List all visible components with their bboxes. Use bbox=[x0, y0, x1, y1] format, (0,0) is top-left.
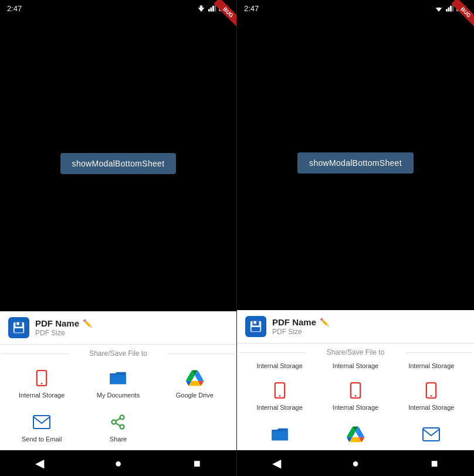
svg-line-22 bbox=[116, 418, 121, 421]
r-text-opt-1[interactable]: Internal Storage bbox=[242, 360, 317, 372]
svg-rect-36 bbox=[252, 327, 260, 331]
share-svg bbox=[110, 414, 126, 430]
option-google-drive[interactable]: Google Drive bbox=[157, 362, 233, 404]
r-drive-opt[interactable] bbox=[317, 419, 393, 450]
share-icon bbox=[107, 411, 129, 433]
r-storage-icon-6 bbox=[420, 379, 442, 402]
bottom-sheet-left: PDF Name ✏️ PDF Size Share/Save File to bbox=[0, 311, 236, 450]
bug-ribbon bbox=[201, 0, 236, 35]
show-modal-btn-right[interactable]: showModalBottomSheet bbox=[297, 152, 414, 174]
pdf-info-left: PDF Name ✏️ PDF Size bbox=[35, 318, 228, 337]
r-email-icon bbox=[420, 423, 442, 446]
drive-icon bbox=[184, 367, 206, 389]
svg-point-18 bbox=[120, 415, 124, 419]
back-btn-right[interactable]: ◀ bbox=[263, 450, 289, 476]
right-icon-row3 bbox=[237, 417, 474, 450]
edit-icon-left[interactable]: ✏️ bbox=[83, 319, 92, 328]
phone-icon bbox=[33, 370, 50, 386]
r-storage-label-5: Internal Storage bbox=[333, 404, 378, 412]
email-svg bbox=[33, 415, 50, 429]
r-drive-icon bbox=[344, 423, 367, 446]
pdf-size-right: PDF Size bbox=[272, 328, 466, 336]
svg-rect-35 bbox=[253, 321, 256, 324]
r-folder-svg bbox=[270, 426, 289, 443]
bottom-sheet-right: PDF Name ✏️ PDF Size Share/Save File to … bbox=[237, 310, 474, 450]
svg-rect-15 bbox=[38, 372, 45, 383]
r-storage-icon-4 bbox=[269, 379, 291, 402]
home-btn-right[interactable]: ● bbox=[343, 450, 368, 476]
svg-rect-12 bbox=[16, 322, 19, 325]
r-storage-opt-6[interactable]: Internal Storage bbox=[394, 375, 469, 416]
r-phone-svg-6 bbox=[423, 382, 439, 399]
main-area-left: showModalBottomSheet bbox=[0, 16, 236, 311]
nav-bar-right: ◀ ● ■ bbox=[237, 450, 474, 476]
home-btn-left[interactable]: ● bbox=[105, 450, 131, 476]
pdf-icon-right bbox=[245, 316, 266, 337]
options-grid-left: Internal Storage My Documents bbox=[0, 360, 236, 450]
svg-point-42 bbox=[431, 395, 432, 397]
r-phone-svg-5 bbox=[347, 382, 364, 399]
show-modal-btn-left[interactable]: showModalBottomSheet bbox=[60, 153, 177, 174]
main-area-right: showModalBottomSheet bbox=[237, 16, 474, 310]
internal-storage-label: Internal Storage bbox=[19, 392, 65, 399]
send-email-label: Send to Email bbox=[22, 436, 62, 443]
svg-rect-43 bbox=[423, 428, 439, 441]
recent-btn-left[interactable]: ■ bbox=[184, 450, 210, 476]
r-folder-icon bbox=[269, 423, 291, 446]
pdf-name-row-left: PDF Name ✏️ bbox=[35, 318, 228, 328]
r-storage-icon-5 bbox=[344, 379, 367, 402]
pdf-info-right: PDF Name ✏️ PDF Size bbox=[272, 317, 466, 336]
recent-btn-right[interactable]: ■ bbox=[422, 450, 448, 476]
r-text-label-3: Internal Storage bbox=[408, 362, 454, 370]
my-documents-label: My Documents bbox=[97, 392, 140, 399]
option-send-email[interactable]: Send to Email bbox=[4, 406, 80, 448]
r-text-opt-3[interactable]: Internal Storage bbox=[394, 360, 469, 372]
pdf-icon-left bbox=[8, 317, 29, 338]
right-icon-row2: Internal Storage Internal Storage bbox=[237, 373, 474, 417]
svg-point-16 bbox=[41, 383, 43, 385]
option-my-documents[interactable]: My Documents bbox=[80, 362, 156, 404]
section-label-right: Share/Save File to bbox=[237, 348, 474, 356]
time-right: 2:47 bbox=[244, 4, 259, 13]
nav-bar-left: ◀ ● ■ bbox=[0, 450, 236, 476]
r-text-opt-2[interactable]: Internal Storage bbox=[317, 360, 393, 372]
r-email-opt[interactable] bbox=[394, 419, 469, 450]
svg-point-40 bbox=[355, 395, 357, 397]
left-phone-panel: 2:47 showModalBottomShe bbox=[0, 0, 237, 476]
drive-svg bbox=[186, 370, 204, 386]
pdf-size-left: PDF Size bbox=[35, 329, 228, 337]
svg-point-20 bbox=[120, 424, 124, 429]
pdf-name-left: PDF Name bbox=[35, 318, 79, 328]
option-internal-storage[interactable]: Internal Storage bbox=[4, 362, 80, 404]
edit-icon-right[interactable]: ✏️ bbox=[320, 318, 329, 327]
right-phone-panel: 2:47 showModalBottomSheet bbox=[237, 0, 474, 476]
back-btn-left[interactable]: ◀ bbox=[26, 450, 52, 476]
r-phone-svg-4 bbox=[272, 382, 288, 399]
r-email-svg bbox=[422, 427, 440, 441]
svg-point-38 bbox=[279, 395, 280, 397]
svg-rect-17 bbox=[33, 416, 50, 429]
bug-ribbon-right bbox=[439, 0, 474, 35]
pdf-header-left: PDF Name ✏️ PDF Size bbox=[0, 311, 236, 345]
svg-point-19 bbox=[112, 420, 116, 424]
r-storage-label-6: Internal Storage bbox=[408, 404, 454, 412]
r-storage-opt-4[interactable]: Internal Storage bbox=[242, 375, 317, 416]
svg-line-21 bbox=[116, 423, 121, 426]
r-text-label-2: Internal Storage bbox=[333, 362, 378, 370]
share-label: Share bbox=[110, 436, 127, 443]
pdf-name-right: PDF Name bbox=[272, 317, 316, 327]
option-share[interactable]: Share bbox=[80, 406, 156, 448]
right-text-row1: Internal Storage Internal Storage Intern… bbox=[237, 359, 474, 373]
folder-svg bbox=[109, 370, 127, 386]
save-icon-right bbox=[249, 320, 262, 333]
svg-rect-13 bbox=[15, 328, 23, 332]
time-left: 2:47 bbox=[7, 4, 22, 13]
r-drive-svg bbox=[347, 426, 364, 443]
section-label-left: Share/Save File to bbox=[0, 349, 236, 358]
internal-storage-icon bbox=[31, 367, 53, 389]
r-folder-opt[interactable] bbox=[242, 419, 317, 450]
pdf-header-right: PDF Name ✏️ PDF Size bbox=[237, 310, 474, 344]
r-storage-label-4: Internal Storage bbox=[257, 404, 303, 412]
r-storage-opt-5[interactable]: Internal Storage bbox=[317, 375, 393, 416]
r-text-label-1: Internal Storage bbox=[257, 362, 303, 370]
